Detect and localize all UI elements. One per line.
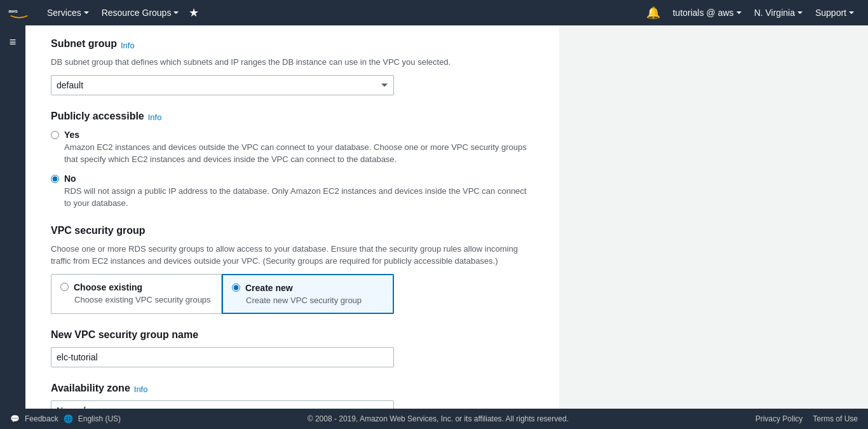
footer-left: 💬 Feedback 🌐 English (US) (10, 414, 121, 423)
sidebar: ≡ (0, 25, 25, 409)
publicly-accessible-no-radio[interactable] (51, 175, 59, 183)
vpc-security-group-card-group: Choose existing Choose existing VPC secu… (51, 274, 394, 314)
publicly-accessible-info-link[interactable]: Info (148, 112, 162, 122)
vpc-security-group-section: VPC security group Choose one or more RD… (51, 225, 534, 314)
availability-zone-title: Availability zone (51, 383, 130, 394)
vpc-security-group-title: VPC security group (51, 225, 145, 236)
favorites-icon[interactable]: ★ (185, 0, 203, 25)
choose-existing-card[interactable]: Choose existing Choose existing VPC secu… (51, 274, 222, 314)
footer-copyright: © 2008 - 2019, Amazon Web Services, Inc.… (121, 414, 756, 423)
publicly-accessible-section: Publicly accessible Info Yes Amazon EC2 … (51, 111, 534, 210)
subnet-group-select[interactable]: default (51, 75, 394, 95)
publicly-accessible-no-option: No RDS will not assign a public IP addre… (51, 174, 534, 210)
footer: 💬 Feedback 🌐 English (US) © 2008 - 2019,… (0, 409, 868, 429)
region-caret-icon (797, 11, 803, 14)
user-menu[interactable]: tutorials @ aws (667, 0, 748, 25)
footer-right: Privacy Policy Terms of Use (756, 414, 858, 423)
aws-logo[interactable]: aws (8, 5, 31, 20)
vpc-security-group-description: Choose one or more RDS security groups t… (51, 243, 534, 268)
main-content: Subnet group Info DB subnet group that d… (25, 25, 559, 429)
availability-zone-info-link[interactable]: Info (134, 385, 148, 394)
feedback-link[interactable]: Feedback (25, 414, 58, 423)
publicly-accessible-title: Publicly accessible (51, 111, 144, 122)
services-caret-icon (84, 11, 89, 14)
resource-groups-menu[interactable]: Resource Groups (95, 0, 186, 25)
privacy-policy-link[interactable]: Privacy Policy (756, 414, 803, 423)
sidebar-toggle[interactable]: ≡ (4, 31, 22, 54)
new-vpc-name-label: New VPC security group name (51, 329, 198, 341)
choose-existing-label[interactable]: Choose existing (74, 282, 142, 292)
language-icon: 🌐 (64, 414, 73, 423)
user-caret-icon (736, 11, 742, 14)
new-vpc-name-section: New VPC security group name (51, 329, 534, 367)
top-navigation: aws Services Resource Groups ★ 🔔 tutoria… (0, 0, 868, 25)
language-link[interactable]: English (US) (78, 414, 121, 423)
subnet-group-title: Subnet group (51, 38, 117, 50)
support-caret-icon (849, 11, 854, 14)
publicly-accessible-radio-group: Yes Amazon EC2 instances and devices out… (51, 130, 534, 210)
notifications-icon[interactable]: 🔔 (640, 0, 667, 25)
create-new-card[interactable]: Create new Create new VPC security group (222, 274, 394, 314)
support-menu[interactable]: Support (809, 0, 860, 25)
publicly-accessible-yes-label[interactable]: Yes (64, 130, 79, 140)
resource-groups-caret-icon (173, 11, 179, 14)
region-menu[interactable]: N. Virginia (748, 0, 809, 25)
choose-existing-radio[interactable] (60, 283, 69, 291)
subnet-group-select-wrapper: default (51, 75, 394, 95)
services-menu[interactable]: Services (41, 0, 95, 25)
publicly-accessible-no-label[interactable]: No (64, 174, 76, 184)
feedback-icon: 💬 (10, 414, 20, 423)
new-vpc-name-input[interactable] (51, 347, 394, 367)
create-new-desc: Create new VPC security group (232, 296, 384, 305)
choose-existing-desc: Choose existing VPC security groups (60, 295, 212, 304)
subnet-group-info-link[interactable]: Info (121, 41, 135, 50)
publicly-accessible-yes-option: Yes Amazon EC2 instances and devices out… (51, 130, 534, 166)
create-new-label[interactable]: Create new (245, 283, 293, 293)
subnet-group-section: Subnet group Info DB subnet group that d… (51, 38, 534, 95)
publicly-accessible-no-desc: RDS will not assign a public IP address … (64, 185, 534, 210)
terms-link[interactable]: Terms of Use (813, 414, 858, 423)
svg-text:aws: aws (8, 8, 18, 14)
publicly-accessible-yes-desc: Amazon EC2 instances and devices outside… (64, 141, 534, 166)
publicly-accessible-yes-radio[interactable] (51, 131, 59, 139)
create-new-radio[interactable] (232, 283, 240, 292)
subnet-group-description: DB subnet group that defines which subne… (51, 56, 534, 69)
